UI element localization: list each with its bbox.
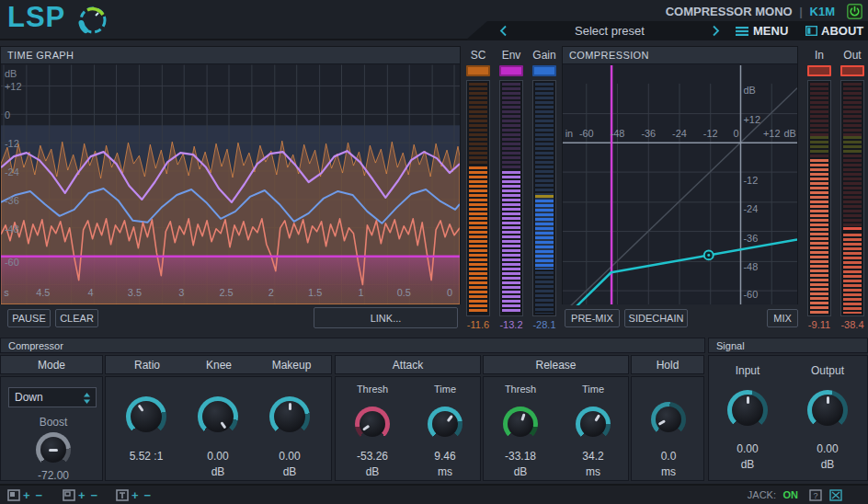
zoom-minus-button[interactable]: −	[91, 488, 98, 502]
input-label: Input	[718, 364, 777, 377]
svg-text:?: ?	[813, 491, 817, 500]
svg-text:-60: -60	[743, 289, 758, 300]
svg-text:dB: dB	[783, 128, 795, 139]
font-scale-group: +−	[116, 486, 154, 504]
in-meter	[807, 80, 831, 316]
power-button-icon[interactable]	[847, 4, 862, 19]
sc-meter-value: -11.6	[461, 319, 496, 330]
lsp-knob-icon	[75, 3, 110, 38]
attack-time-knob[interactable]	[428, 407, 463, 441]
scale-plus-button[interactable]: +	[23, 488, 30, 502]
svg-text:-36: -36	[5, 195, 19, 206]
output-gain-knob[interactable]	[807, 390, 848, 430]
hold-knob[interactable]	[651, 402, 686, 437]
about-icon[interactable]	[805, 26, 817, 36]
output-gain-value: 0.00	[798, 442, 857, 455]
attack-thresh-label: Thresh	[343, 384, 402, 395]
svg-text:0: 0	[5, 109, 10, 120]
attack-time-unit: ms	[416, 465, 474, 478]
input-gain-unit: dB	[718, 458, 777, 471]
svg-text:-12: -12	[703, 128, 718, 139]
sidechain-button[interactable]: SIDECHAIN	[624, 309, 688, 327]
ratio-knee-makeup-cell: 5.52 :1 0.00 dB 0.00 dB	[105, 376, 332, 481]
signal-section-header: Signal	[708, 338, 868, 353]
scale-minus-button[interactable]: −	[36, 488, 43, 502]
svg-text:-48: -48	[611, 128, 625, 139]
jack-state: ON	[783, 486, 799, 504]
font-scale-icon[interactable]	[116, 489, 129, 501]
svg-text:2: 2	[268, 287, 274, 298]
in-meter-swatch[interactable]	[807, 65, 831, 76]
svg-text:0: 0	[447, 287, 452, 298]
svg-text:3.5: 3.5	[128, 287, 142, 298]
svg-text:2.5: 2.5	[219, 287, 233, 298]
boost-label: Boost	[17, 416, 90, 429]
svg-text:s: s	[4, 287, 9, 298]
svg-text:1.5: 1.5	[308, 287, 322, 298]
attack-time-value: 9.46	[416, 450, 474, 463]
window-zoom-icon[interactable]	[63, 489, 75, 501]
release-column-header: Release	[483, 355, 629, 374]
mix-button[interactable]: MIX	[767, 309, 798, 327]
pause-button[interactable]: PAUSE	[7, 309, 51, 327]
ui-scale-group: +−	[7, 486, 45, 504]
makeup-header: Makeup	[266, 356, 317, 374]
menu-icon[interactable]	[736, 27, 748, 36]
preset-prev-icon[interactable]	[499, 25, 508, 37]
mode-column-header: Mode	[0, 355, 103, 374]
help-icon[interactable]: ?	[809, 489, 822, 501]
attack-cell: Thresh Time -53.26 dB 9.46 ms	[335, 376, 481, 481]
time-graph-title: TIME GRAPH	[1, 47, 460, 64]
ratio-knob[interactable]	[126, 396, 166, 437]
link-button[interactable]: LINK...	[314, 307, 458, 328]
gain-meter-swatch[interactable]	[532, 65, 556, 76]
svg-text:4: 4	[88, 287, 94, 298]
release-thresh-value: -33.18	[491, 450, 550, 463]
preset-selector[interactable]: Select preset	[524, 24, 695, 38]
boost-value: -72.00	[17, 469, 90, 482]
svg-text:0.5: 0.5	[397, 287, 411, 298]
mode-select[interactable]: Down	[8, 387, 97, 407]
signal-cell: Input Output 0.00 dB 0.00 dB	[708, 355, 868, 481]
lsp-logo: LSP	[7, 1, 65, 34]
jack-label: JACK:	[748, 489, 776, 500]
svg-text:+12: +12	[743, 114, 760, 125]
gain-meter	[532, 80, 556, 316]
font-plus-button[interactable]: +	[131, 488, 139, 502]
about-button[interactable]: ABOUT	[821, 24, 863, 38]
release-time-knob[interactable]	[576, 407, 611, 441]
boost-knob[interactable]	[36, 432, 71, 467]
clear-button[interactable]: CLEAR	[55, 309, 98, 327]
release-thresh-knob[interactable]	[503, 407, 538, 441]
release-time-unit: ms	[564, 465, 622, 478]
svg-text:out: out	[743, 304, 757, 305]
ratio-value: 5.52 :1	[117, 450, 176, 463]
time-graph-plot: dB +12 0 -12 -24 -36 -48 -60 s 4.5 4 3.5…	[1, 64, 460, 304]
attack-thresh-unit: dB	[343, 465, 402, 478]
preset-next-icon[interactable]	[712, 25, 720, 37]
hold-cell: 0.0 ms	[631, 376, 704, 481]
bug-report-icon[interactable]	[829, 489, 842, 501]
window-scale-icon[interactable]	[7, 489, 20, 501]
out-meter-swatch[interactable]	[840, 65, 864, 76]
gain-meter-label: Gain	[527, 49, 562, 62]
premix-button[interactable]: PRE-MIX	[565, 309, 620, 327]
attack-thresh-knob[interactable]	[355, 407, 390, 441]
compression-plot[interactable]: in -60 -48 -36 -24 -12 0 +12 dB dB +12 -…	[563, 64, 797, 305]
menu-button[interactable]: MENU	[753, 24, 788, 38]
title-separator: |	[799, 5, 803, 18]
release-thresh-label: Thresh	[491, 384, 550, 395]
font-minus-button[interactable]: −	[144, 488, 152, 502]
input-gain-knob[interactable]	[727, 390, 768, 430]
zoom-plus-button[interactable]: +	[78, 488, 86, 502]
makeup-value: 0.00	[260, 450, 319, 463]
env-meter-swatch[interactable]	[499, 65, 523, 76]
release-time-label: Time	[564, 384, 622, 395]
knee-knob[interactable]	[198, 396, 238, 437]
sc-meter-swatch[interactable]	[466, 65, 490, 76]
mode-select-value: Down	[15, 391, 43, 404]
mode-spinner-icon[interactable]	[83, 388, 91, 407]
svg-text:-36: -36	[641, 128, 656, 139]
makeup-knob[interactable]	[269, 396, 310, 437]
svg-text:-24: -24	[5, 166, 19, 178]
